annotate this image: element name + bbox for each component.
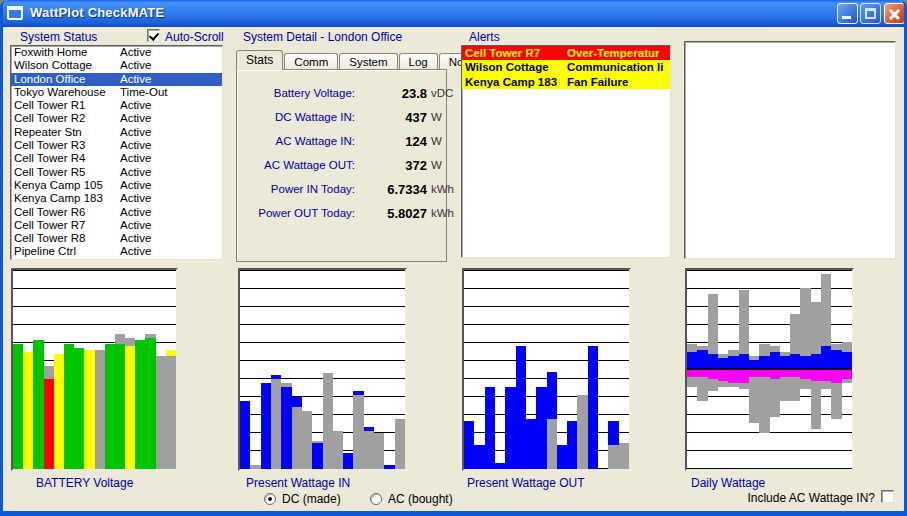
system-status: Active	[120, 59, 151, 72]
list-item[interactable]: Cell Tower R3Active	[11, 139, 222, 152]
include-ac-checkbox[interactable]	[881, 490, 894, 503]
ac-bought-radio[interactable]	[370, 493, 382, 505]
alert-row[interactable]: Kenya Camp 183Fan Failure	[462, 75, 670, 89]
bar-segment	[64, 344, 74, 469]
autoscroll-checkbox[interactable]	[147, 29, 160, 42]
bar-segment	[302, 411, 312, 469]
bar-segment	[84, 350, 94, 469]
system-status: Active	[120, 232, 151, 245]
system-name: Cell Tower R2	[14, 112, 120, 125]
chart-centerline	[687, 368, 852, 370]
list-item[interactable]: Foxwith HomeActive	[11, 46, 222, 59]
bar-segment	[250, 465, 260, 469]
bar-segment	[739, 383, 749, 389]
bar-segment	[728, 383, 738, 387]
bar-segment	[821, 274, 831, 346]
bar-segment	[697, 377, 707, 401]
list-item[interactable]: Kenya Camp 183Active	[11, 192, 222, 205]
list-item[interactable]: Cell Tower R8Active	[11, 232, 222, 245]
list-item[interactable]: Cell Tower R1Active	[11, 99, 222, 112]
bar-segment	[343, 453, 353, 469]
list-item[interactable]: Tokyo WarehouseTime-Out	[11, 86, 222, 99]
bar-segment	[718, 381, 728, 387]
stat-value: 437	[359, 110, 427, 125]
bar-segment	[790, 377, 800, 401]
dc-made-radio[interactable]	[264, 493, 276, 505]
bar-segment	[821, 381, 831, 389]
list-item[interactable]: Cell Tower R6Active	[11, 206, 222, 219]
bar-segment	[364, 427, 374, 431]
list-item[interactable]: Repeater StnActive	[11, 126, 222, 139]
system-status: Active	[120, 112, 151, 125]
bar-segment	[323, 373, 333, 469]
system-name: Tokyo Warehouse	[14, 86, 120, 99]
bar-segment	[790, 314, 800, 354]
system-name: Pipeline Ctrl	[14, 245, 120, 258]
bar-segment	[770, 346, 780, 352]
bar-segment	[125, 346, 135, 469]
tab-stats[interactable]: Stats	[236, 50, 283, 70]
tab-system[interactable]: System	[339, 53, 397, 70]
list-item[interactable]: Wilson CottageActive	[11, 59, 222, 72]
system-status-label: System Status	[20, 30, 97, 44]
system-name: Cell Tower R7	[14, 219, 120, 232]
bar-segment	[516, 346, 526, 469]
bar-segment	[831, 344, 841, 350]
bar-segment	[115, 344, 125, 469]
bar-segment	[780, 352, 790, 356]
system-status-list: Foxwith HomeActiveWilson CottageActiveLo…	[10, 45, 223, 260]
bar-segment	[166, 356, 176, 469]
bar-segment	[708, 294, 718, 354]
bar-segment	[115, 334, 125, 344]
bar-segment	[800, 370, 810, 380]
alert-row[interactable]: Cell Tower R7Over-Temperatur	[462, 46, 670, 60]
tab-log[interactable]: Log	[399, 53, 438, 70]
list-item[interactable]: Cell Tower R4Active	[11, 152, 222, 165]
bar-segment	[811, 370, 821, 382]
bar-segment	[505, 387, 515, 469]
system-name: Repeater Stn	[14, 126, 120, 139]
bar-segment	[749, 377, 759, 423]
alert-system: Cell Tower R7	[465, 46, 567, 60]
bar-segment	[821, 346, 831, 370]
bar-segment	[697, 370, 707, 378]
minimize-button[interactable]	[837, 3, 858, 24]
bar-segment	[54, 354, 64, 469]
system-name: Foxwith Home	[14, 46, 120, 59]
bar-segment	[145, 338, 155, 469]
close-button[interactable]	[884, 3, 905, 24]
bar-segment	[687, 344, 697, 352]
bar-segment	[687, 370, 697, 378]
stat-unit: W	[431, 135, 442, 147]
list-item[interactable]: Kenya Camp 105Active	[11, 179, 222, 192]
bar-segment	[588, 346, 598, 469]
bar-segment	[811, 302, 821, 354]
stat-value: 23.8	[359, 86, 427, 101]
list-item[interactable]: Pipeline CtrlActive	[11, 245, 222, 258]
system-status: Active	[120, 73, 151, 86]
bar-segment	[312, 443, 322, 469]
list-item[interactable]: Cell Tower R2Active	[11, 112, 222, 125]
title-bar[interactable]: WattPlot CheckMATE	[0, 0, 907, 27]
detail-panel: Battery Voltage:23.8vDCDC Wattage IN:437…	[236, 69, 447, 262]
bar-segment	[125, 338, 135, 346]
maximize-button[interactable]	[860, 3, 881, 24]
bar-segment	[526, 419, 536, 469]
bar-segment	[485, 387, 495, 469]
alert-message: Communication li	[567, 60, 663, 74]
list-item[interactable]: Cell Tower R7Active	[11, 219, 222, 232]
list-item[interactable]: London OfficeActive	[11, 73, 222, 86]
bar-segment	[312, 441, 322, 443]
system-status: Active	[120, 192, 151, 205]
bar-segment	[831, 383, 841, 419]
bar-segment	[759, 370, 769, 378]
system-status: Active	[120, 206, 151, 219]
tab-comm[interactable]: Comm	[284, 53, 338, 70]
present-wattage-out-chart-label: Present Wattage OUT	[467, 476, 585, 490]
bar-segment	[74, 348, 84, 469]
stat-value: 372	[359, 158, 427, 173]
window-title: WattPlot CheckMATE	[30, 5, 164, 20]
alert-row[interactable]: Wilson CottageCommunication li	[462, 60, 670, 74]
list-item[interactable]: Cell Tower R5Active	[11, 166, 222, 179]
bar-segment	[739, 370, 749, 384]
